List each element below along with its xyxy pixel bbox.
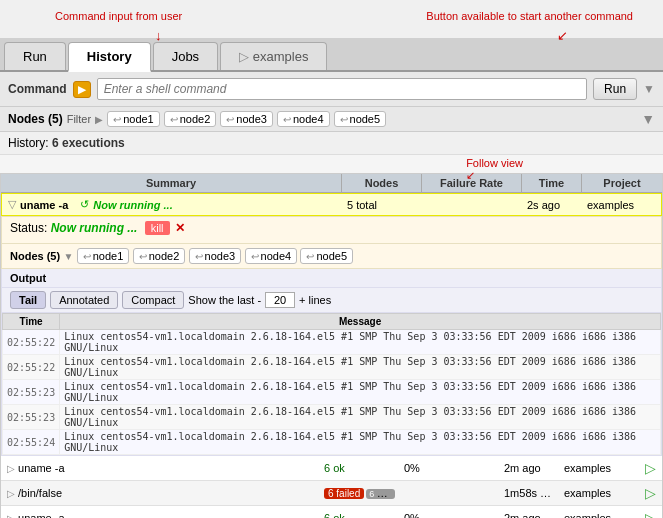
tab-jobs[interactable]: Jobs [153, 42, 218, 70]
log-time: 02:55:24 [3, 430, 60, 455]
lines-label: + lines [299, 294, 331, 306]
history-failure-rate [398, 491, 498, 495]
main-content: Summary Nodes Failure Rate Time Project … [0, 173, 663, 518]
play-icon[interactable]: ▷ [7, 488, 15, 499]
running-nodes: 5 total [341, 197, 421, 213]
running-failure-rate [421, 203, 521, 207]
show-last-label: Show the last - [188, 294, 261, 306]
output-controls: Tail Annotated Compact Show the last - +… [2, 288, 661, 313]
log-message: Linux centos54-vm1.localdomain 2.6.18-16… [60, 430, 661, 455]
nodes-label: Nodes (5) [8, 112, 63, 126]
node-tag-5[interactable]: node5 [334, 111, 387, 127]
table-header: Summary Nodes Failure Rate Time Project [1, 174, 662, 193]
history-project: examples [558, 485, 638, 501]
log-time: 02:55:23 [3, 380, 60, 405]
tab-examples[interactable]: examples [220, 42, 327, 70]
node-tag-2[interactable]: node2 [164, 111, 217, 127]
log-message: Linux centos54-vm1.localdomain 2.6.18-16… [60, 330, 661, 355]
command-input-annotation: Command input from user [55, 10, 182, 22]
log-time: 02:55:23 [3, 405, 60, 430]
log-table: Time Message 02:55:22Linux centos54-vm1.… [2, 313, 661, 455]
button-available-annotation: Button available to start another comman… [426, 10, 633, 22]
col-time: Time [522, 174, 582, 192]
history-run-icon[interactable]: ▷ [638, 483, 662, 503]
collapse-icon[interactable]: ▼ [641, 111, 655, 127]
history-failure-rate: 0% [398, 460, 498, 476]
history-nodes: 6 failed6 of 6 [318, 485, 398, 501]
log-time: 02:55:22 [3, 330, 60, 355]
tab-bar: Run History Jobs examples [0, 38, 663, 72]
log-row: 02:55:23Linux centos54-vm1.localdomain 2… [3, 380, 661, 405]
expand-nodes-icon[interactable]: ▼ [63, 251, 73, 262]
detail-node-tag-5[interactable]: node5 [300, 248, 353, 264]
log-col-message: Message [60, 314, 661, 330]
follow-view-annotation: Follow view [466, 157, 523, 169]
tail-button[interactable]: Tail [10, 291, 46, 309]
running-command: uname -a [20, 199, 68, 211]
history-command: ▷ /bin/false [1, 485, 318, 501]
filter-link[interactable]: Filter [67, 113, 91, 125]
status-label: Status: [10, 221, 47, 235]
log-col-time: Time [3, 314, 60, 330]
detail-node-tag-1[interactable]: node1 [77, 248, 130, 264]
ok-badge: 6 ok [324, 512, 345, 518]
compact-button[interactable]: Compact [122, 291, 184, 309]
history-run-icon[interactable]: ▷ [638, 458, 662, 478]
log-row: 02:55:24Linux centos54-vm1.localdomain 2… [3, 430, 661, 455]
tab-run[interactable]: Run [4, 42, 66, 70]
node-tag-1[interactable]: node1 [107, 111, 160, 127]
history-command: ▷ uname -a [1, 510, 318, 518]
ok-badge: 6 ok [324, 462, 345, 474]
history-run-icon[interactable]: ▷ [638, 508, 662, 518]
status-area: Status: Now running ... kill ✕ [1, 216, 662, 244]
col-project: Project [582, 174, 662, 192]
history-failure-rate: 0% [398, 510, 498, 518]
status-line: Status: Now running ... kill ✕ [10, 221, 653, 235]
command-bar: Command ▶ Run ▼ [0, 72, 663, 107]
history-row: ▷ /bin/false 6 failed6 of 6 1m58s ago ex… [1, 481, 662, 506]
log-row: 02:55:23Linux centos54-vm1.localdomain 2… [3, 405, 661, 430]
history-heading: History: 6 executions [0, 132, 663, 155]
kill-x-icon[interactable]: ✕ [175, 221, 185, 235]
kill-button[interactable]: kill [145, 221, 170, 235]
nodes-bar: Nodes (5) Filter ▶ node1 node2 node3 nod… [0, 107, 663, 132]
col-nodes: Nodes [342, 174, 422, 192]
annotated-button[interactable]: Annotated [50, 291, 118, 309]
log-message: Linux centos54-vm1.localdomain 2.6.18-16… [60, 355, 661, 380]
now-running-icon: ↺ [80, 198, 89, 211]
history-row: ▷ uname -a 6 ok 0% 2m ago examples ▷ [1, 506, 662, 518]
history-project: examples [558, 460, 638, 476]
running-time: 2s ago [521, 197, 581, 213]
tab-history[interactable]: History [68, 42, 151, 72]
history-rows: ▷ uname -a 6 ok 0% 2m ago examples ▷ ▷ /… [1, 456, 662, 518]
history-time: 2m ago [498, 510, 558, 518]
run-button[interactable]: Run [593, 78, 637, 100]
log-time: 02:55:22 [3, 355, 60, 380]
log-message: Linux centos54-vm1.localdomain 2.6.18-16… [60, 405, 661, 430]
node-tag-3[interactable]: node3 [220, 111, 273, 127]
play-icon[interactable]: ▷ [7, 513, 15, 518]
history-nodes: 6 ok [318, 510, 398, 518]
last-lines-input[interactable] [265, 292, 295, 308]
history-time: 1m58s ago [498, 485, 558, 501]
detail-node-tag-4[interactable]: node4 [245, 248, 298, 264]
detail-node-tag-2[interactable]: node2 [133, 248, 186, 264]
nodes-detail-label: Nodes (5) [10, 250, 60, 262]
nodes-detail-section: Nodes (5) ▼ node1 node2 node3 node4 node… [1, 244, 662, 269]
filter-arrow-icon: ▶ [95, 114, 103, 125]
output-section: Output Tail Annotated Compact Show the l… [1, 269, 662, 456]
command-input[interactable] [97, 78, 587, 100]
rundeck-icon: ▶ [73, 81, 91, 98]
count-badge: 6 of 6 [366, 489, 395, 499]
status-running: Now running ... [51, 221, 138, 235]
now-running-text: Now running ... [93, 199, 172, 211]
running-row: ▽ uname -a ↺ Now running ... 5 total 2s … [1, 193, 662, 216]
output-header: Output [2, 269, 661, 288]
history-time: 2m ago [498, 460, 558, 476]
log-row: 02:55:22Linux centos54-vm1.localdomain 2… [3, 355, 661, 380]
detail-node-tag-3[interactable]: node3 [189, 248, 242, 264]
node-tag-4[interactable]: node4 [277, 111, 330, 127]
play-icon[interactable]: ▷ [7, 463, 15, 474]
log-message: Linux centos54-vm1.localdomain 2.6.18-16… [60, 380, 661, 405]
running-project: examples [581, 197, 661, 213]
